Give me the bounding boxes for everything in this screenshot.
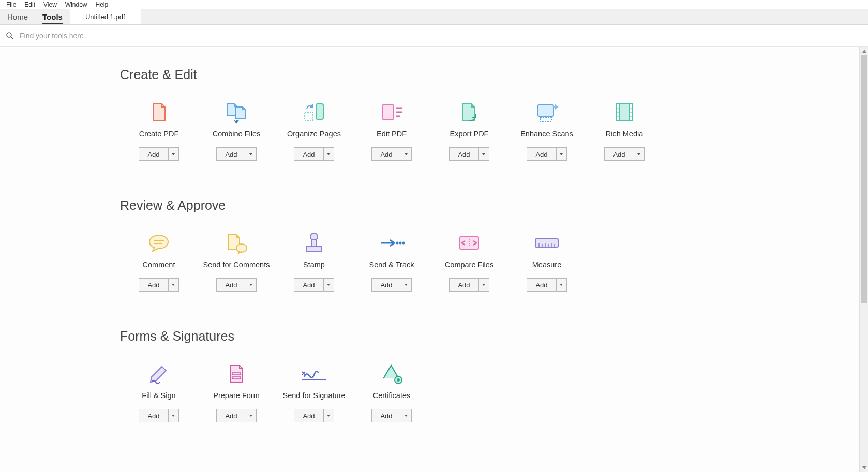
tool-card-combine-files: Combine FilesAdd [198, 101, 275, 161]
add-button-main[interactable]: Add [372, 409, 400, 422]
scroll-up-arrow[interactable] [860, 47, 868, 55]
add-button-dropdown[interactable] [246, 409, 256, 422]
tab-document[interactable]: Untitled 1.pdf [70, 9, 141, 24]
svg-point-27 [396, 242, 399, 245]
add-button-dropdown[interactable] [556, 148, 566, 160]
menu-edit[interactable]: Edit [20, 1, 39, 8]
enhance-scans-icon[interactable] [534, 101, 560, 124]
scroll-down-arrow[interactable] [860, 463, 868, 472]
menu-view[interactable]: View [39, 1, 61, 8]
section-heading: Review & Approve [120, 198, 859, 213]
add-button-dropdown[interactable] [323, 279, 334, 291]
add-button-main[interactable]: Add [294, 279, 323, 291]
tool-card-send-for-signature: Send for SignatureAdd [275, 362, 353, 422]
tool-label: Send & Track [369, 261, 414, 269]
tool-card-fill-sign: Fill & SignAdd [120, 362, 198, 422]
add-button-dropdown[interactable] [246, 148, 256, 160]
add-button-main[interactable]: Add [139, 409, 168, 422]
add-button-dropdown[interactable] [168, 279, 178, 291]
add-button: Add [294, 278, 334, 292]
tool-label: Certificates [373, 391, 411, 400]
tool-card-stamp: StampAdd [275, 232, 353, 292]
svg-rect-24 [312, 240, 316, 246]
add-button-dropdown[interactable] [556, 279, 566, 291]
menu-window[interactable]: Window [61, 1, 92, 8]
add-button-dropdown[interactable] [168, 409, 178, 422]
tool-label: Fill & Sign [142, 391, 175, 400]
edit-pdf-icon[interactable] [379, 101, 405, 124]
add-button: Add [294, 147, 334, 161]
scroll-thumb[interactable] [861, 55, 867, 303]
tool-label: Enhance Scans [520, 130, 573, 138]
add-button: Add [527, 278, 566, 292]
tool-label: Comment [143, 261, 175, 269]
tool-card-prepare-form: Prepare FormAdd [198, 362, 275, 422]
tool-card-organize-pages: Organize PagesAdd [275, 101, 353, 161]
tool-card-compare-files: Compare FilesAdd [430, 232, 508, 292]
tool-label: Stamp [303, 261, 325, 269]
add-button-main[interactable]: Add [139, 279, 168, 291]
stamp-icon[interactable] [301, 232, 327, 254]
create-pdf-icon[interactable] [146, 101, 172, 124]
send-for-signature-icon[interactable] [301, 362, 327, 385]
add-button-dropdown[interactable] [168, 148, 178, 160]
add-button-main[interactable]: Add [450, 279, 478, 291]
svg-point-29 [402, 242, 405, 245]
measure-icon[interactable] [534, 232, 560, 254]
add-button-main[interactable]: Add [294, 409, 323, 422]
add-button-main[interactable]: Add [605, 148, 633, 160]
add-button-dropdown[interactable] [246, 279, 256, 291]
svg-rect-3 [305, 112, 313, 120]
tab-home[interactable]: Home [0, 9, 35, 24]
add-button-dropdown[interactable] [401, 148, 411, 160]
add-button-main[interactable]: Add [217, 279, 245, 291]
combine-files-icon[interactable] [223, 101, 249, 124]
svg-point-23 [310, 233, 318, 240]
add-button-main[interactable]: Add [217, 148, 245, 160]
tool-card-create-pdf: Create PDFAdd [120, 101, 198, 161]
comment-icon[interactable] [146, 232, 172, 254]
tool-card-export-pdf: Export PDFAdd [430, 101, 508, 161]
prepare-form-icon[interactable] [223, 362, 249, 385]
add-button-dropdown[interactable] [401, 279, 411, 291]
add-button-dropdown[interactable] [478, 148, 489, 160]
tool-label: Prepare Form [213, 391, 259, 400]
rich-media-icon[interactable] [611, 101, 637, 124]
tool-card-send-for-comments: Send for CommentsAdd [198, 232, 275, 292]
svg-point-43 [397, 378, 400, 382]
vertical-scrollbar[interactable] [859, 47, 868, 472]
add-button-main[interactable]: Add [139, 148, 168, 160]
tool-label: Measure [532, 261, 561, 269]
tool-label: Organize Pages [287, 130, 341, 138]
tab-tools[interactable]: Tools [35, 9, 70, 24]
organize-pages-icon[interactable] [301, 101, 327, 124]
send-track-icon[interactable] [379, 232, 405, 254]
add-button-dropdown[interactable] [323, 409, 334, 422]
add-button-main[interactable]: Add [294, 148, 323, 160]
searchbar [0, 25, 868, 47]
add-button-dropdown[interactable] [323, 148, 334, 160]
export-pdf-icon[interactable] [456, 101, 482, 124]
add-button-main[interactable]: Add [527, 279, 556, 291]
add-button-main[interactable]: Add [372, 279, 400, 291]
menu-help[interactable]: Help [92, 1, 113, 8]
add-button-main[interactable]: Add [217, 409, 245, 422]
menubar: File Edit View Window Help [0, 0, 868, 9]
add-button-dropdown[interactable] [478, 279, 489, 291]
add-button-dropdown[interactable] [634, 148, 644, 160]
add-button-dropdown[interactable] [401, 409, 411, 422]
menu-file[interactable]: File [2, 1, 20, 8]
tool-card-enhance-scans: Enhance ScansAdd [508, 101, 586, 161]
fill-sign-icon[interactable] [146, 362, 172, 385]
tool-label: Export PDF [450, 130, 489, 138]
add-button-main[interactable]: Add [372, 148, 400, 160]
compare-files-icon[interactable] [456, 232, 482, 254]
add-button-main[interactable]: Add [450, 148, 478, 160]
add-button: Add [449, 278, 489, 292]
tool-card-edit-pdf: Edit PDFAdd [353, 101, 430, 161]
certificates-icon[interactable] [379, 362, 405, 385]
send-for-comments-icon[interactable] [223, 232, 249, 254]
search-input[interactable] [20, 32, 863, 40]
add-button-main[interactable]: Add [527, 148, 556, 160]
add-button: Add [371, 147, 411, 161]
